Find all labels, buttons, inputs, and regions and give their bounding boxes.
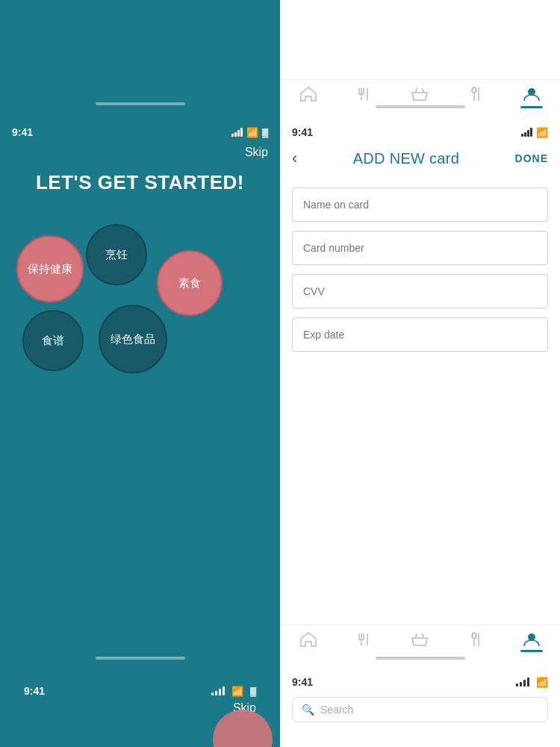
wifi-icon: 📶 — [246, 127, 258, 138]
card-form — [280, 176, 560, 364]
nav-utensils-r[interactable] — [357, 632, 372, 647]
home-indicator-top-right — [376, 105, 465, 108]
search-placeholder: Search — [320, 704, 353, 716]
active-bar-r — [520, 650, 543, 652]
back-button[interactable]: ‹ — [292, 149, 297, 168]
home-indicator-top-left — [96, 102, 185, 105]
bubble-lvse[interactable]: 绿色食品 — [99, 305, 167, 374]
time-bot-left: 9:41 — [24, 685, 45, 697]
nav-fork-knife-r[interactable] — [468, 631, 483, 648]
done-button[interactable]: DONE — [515, 152, 548, 164]
time-mid-right: 9:41 — [292, 126, 313, 138]
nav-fork-knife[interactable] — [468, 86, 483, 102]
home-indicator-mid-right — [376, 657, 465, 660]
panel-top-left — [0, 0, 280, 116]
exp-date-input[interactable] — [292, 317, 548, 352]
nav-user-r[interactable] — [523, 631, 540, 648]
skip-button[interactable]: Skip — [0, 141, 280, 164]
search-icon: 🔍 — [302, 704, 314, 716]
panel-top-right — [280, 0, 560, 116]
wifi-icon-bl: 📶 — [231, 686, 243, 697]
nav-home[interactable] — [300, 87, 317, 102]
nav-home-r[interactable] — [300, 632, 317, 647]
card-number-input[interactable] — [292, 231, 548, 265]
bubbles-container: 保持健康 烹饪 素食 食谱 绿色食品 — [0, 194, 280, 657]
page-title-left: LET'S GET STARTED! — [0, 164, 280, 194]
panel-bot-right: 9:41 📶 🔍 Search — [280, 669, 560, 747]
bubble-sushi[interactable]: 素食 — [157, 250, 223, 316]
panel-mid-left: 9:41 📶 ▓ Skip LET'S GET STARTED! 保持健康 烹饪 — [0, 116, 280, 669]
signal-icon — [231, 128, 243, 137]
status-bar-bot-left: 9:41 📶 ▓ — [12, 678, 268, 697]
wifi-icon-br: 📶 — [536, 677, 548, 688]
cvv-input[interactable] — [292, 274, 548, 309]
status-icons-bl: 📶 ▓ — [211, 686, 256, 697]
status-icons-br: 📶 — [516, 677, 548, 688]
search-area: 🔍 Search — [280, 688, 560, 722]
status-bar-mid-right: 9:41 📶 — [280, 116, 560, 141]
bubble-shipu[interactable]: 食谱 — [22, 310, 84, 371]
skip-label: Skip — [245, 146, 268, 158]
page-title-right: ADD NEW card — [353, 150, 460, 167]
nav-user[interactable] — [523, 86, 540, 102]
nav-utensils[interactable] — [357, 87, 372, 102]
name-on-card-input[interactable] — [292, 187, 548, 222]
status-icons: 📶 ▓ — [231, 127, 268, 138]
partial-bottom-nav — [280, 79, 560, 105]
active-bar — [520, 106, 543, 108]
signal-icon-br — [516, 678, 529, 686]
wifi-icon-right: 📶 — [536, 127, 548, 138]
panel-bot-left: 9:41 📶 ▓ Skip — [0, 669, 280, 747]
status-bar-mid-left: 9:41 📶 ▓ — [0, 116, 280, 141]
nav-basket[interactable] — [411, 87, 428, 102]
status-icons-right: 📶 — [521, 127, 548, 138]
time-mid-left: 9:41 — [12, 126, 33, 138]
status-bar-bot-right: 9:41 📶 — [280, 669, 560, 688]
bubble-jiankang[interactable]: 保持健康 — [16, 235, 84, 303]
time-bot-right: 9:41 — [292, 676, 313, 688]
signal-icon-right — [521, 128, 532, 137]
panel-mid-right: 9:41 📶 ‹ ADD NEW card DONE — [280, 116, 560, 669]
home-indicator-mid-left — [96, 657, 185, 660]
nav-basket-r[interactable] — [411, 632, 428, 647]
battery-icon: ▓ — [262, 128, 268, 137]
bubble-pengren[interactable]: 烹饪 — [86, 224, 147, 285]
bottom-nav-right — [280, 624, 560, 651]
battery-icon-bl: ▓ — [250, 686, 256, 695]
signal-icon-bl — [211, 686, 225, 695]
spacer — [280, 364, 560, 624]
right-header: ‹ ADD NEW card DONE — [280, 141, 560, 176]
search-bar-partial[interactable]: 🔍 Search — [292, 697, 548, 722]
